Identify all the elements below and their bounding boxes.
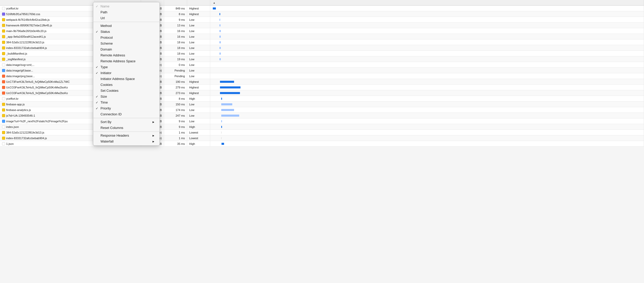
- menu-item-scheme[interactable]: Scheme: [93, 41, 159, 46]
- menu-item-label-reset-columns: Reset Columns: [100, 126, 123, 130]
- menu-item-label-path: Path: [100, 10, 107, 14]
- menu-item-status[interactable]: Status: [93, 29, 159, 35]
- menu-item-label-method: Method: [100, 24, 112, 28]
- menu-item-arrow-response-headers: ▶: [153, 134, 154, 137]
- menu-item-reset-columns[interactable]: Reset Columns: [93, 125, 159, 131]
- menu-item-path[interactable]: Path: [93, 9, 159, 15]
- menu-item-sort-by[interactable]: Sort By▶: [93, 119, 159, 125]
- menu-item-set-cookies[interactable]: Set Cookies: [93, 88, 159, 94]
- menu-item-label-time: Time: [100, 100, 108, 104]
- menu-item-label-priority: Priority: [100, 106, 111, 110]
- menu-divider: [93, 118, 159, 118]
- menu-item-url[interactable]: Url: [93, 15, 159, 21]
- context-menu-overlay[interactable]: NamePathUrlMethodStatusProtocolSchemeDom…: [0, 0, 644, 283]
- menu-item-waterfall[interactable]: Waterfall▶: [93, 138, 159, 144]
- menu-item-initiator[interactable]: Initiator: [93, 70, 159, 76]
- menu-divider: [93, 22, 159, 22]
- menu-item-method[interactable]: Method: [93, 23, 159, 29]
- menu-item-label-type: Type: [100, 65, 108, 69]
- menu-item-response-headers[interactable]: Response Headers▶: [93, 133, 159, 138]
- menu-item-label-remote-address: Remote Address: [100, 53, 125, 57]
- context-menu: NamePathUrlMethodStatusProtocolSchemeDom…: [93, 2, 160, 146]
- menu-item-time[interactable]: Time: [93, 99, 159, 105]
- menu-item-cookies[interactable]: Cookies: [93, 82, 159, 88]
- menu-item-label-remote-address-space: Remote Address Space: [100, 59, 136, 63]
- menu-item-label-initiator: Initiator: [100, 71, 112, 75]
- menu-item-label-waterfall: Waterfall: [100, 139, 114, 143]
- menu-item-label-set-cookies: Set Cookies: [100, 89, 118, 93]
- menu-item-label-response-headers: Response Headers: [100, 134, 129, 137]
- menu-item-remote-address-space[interactable]: Remote Address Space: [93, 58, 159, 64]
- menu-item-label-sort-by: Sort By: [100, 120, 112, 124]
- menu-item-arrow-sort-by: ▶: [153, 121, 154, 123]
- menu-item-label-protocol: Protocol: [100, 36, 113, 39]
- menu-item-arrow-waterfall: ▶: [153, 140, 154, 143]
- menu-item-label-connection-id: Connection ID: [100, 112, 122, 116]
- menu-item-size[interactable]: Size: [93, 94, 159, 99]
- menu-item-label-url: Url: [100, 16, 105, 20]
- menu-item-label-domain: Domain: [100, 47, 112, 51]
- menu-item-connection-id[interactable]: Connection ID: [93, 111, 159, 117]
- menu-divider: [93, 132, 159, 132]
- menu-item-label-status: Status: [100, 30, 110, 34]
- menu-item-type[interactable]: Type: [93, 64, 159, 70]
- menu-item-label-size: Size: [100, 95, 107, 98]
- menu-item-protocol[interactable]: Protocol: [93, 35, 159, 41]
- menu-item-priority[interactable]: Priority: [93, 105, 159, 111]
- menu-item-domain[interactable]: Domain: [93, 46, 159, 52]
- menu-item-label-cookies: Cookies: [100, 83, 113, 87]
- menu-item-initiator-address-space[interactable]: Initiator Address Space: [93, 76, 159, 82]
- menu-item-remote-address[interactable]: Remote Address: [93, 52, 159, 58]
- menu-item-label-name: Name: [100, 4, 109, 8]
- menu-item-label-scheme: Scheme: [100, 42, 113, 45]
- menu-item-label-initiator-address-space: Initiator Address Space: [100, 77, 135, 81]
- menu-item-name: Name: [93, 3, 159, 9]
